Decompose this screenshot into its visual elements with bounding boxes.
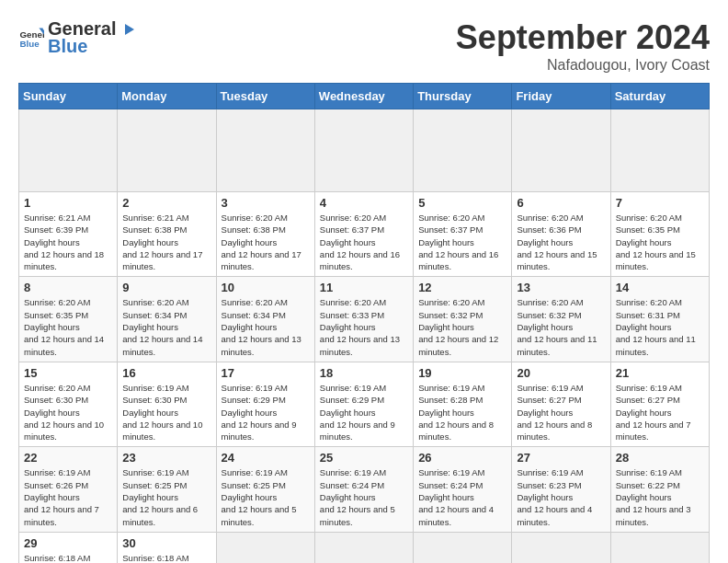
calendar-cell: 21 Sunrise: 6:19 AM Sunset: 6:27 PM Dayl… <box>610 362 709 446</box>
day-number: 5 <box>418 196 506 210</box>
calendar-cell: 20 Sunrise: 6:19 AM Sunset: 6:27 PM Dayl… <box>512 362 610 446</box>
svg-text:Blue: Blue <box>19 39 40 49</box>
logo-chevron-icon <box>118 20 136 39</box>
day-number: 14 <box>616 281 704 294</box>
calendar-cell: 15 Sunrise: 6:20 AM Sunset: 6:30 PM Dayl… <box>19 362 118 446</box>
calendar-cell: 4 Sunrise: 6:20 AM Sunset: 6:37 PM Dayli… <box>314 192 413 277</box>
day-number: 10 <box>222 281 310 294</box>
column-header-tuesday: Tuesday <box>216 84 314 109</box>
calendar-cell: 3 Sunrise: 6:20 AM Sunset: 6:38 PM Dayli… <box>216 192 314 277</box>
calendar-cell: 30 Sunrise: 6:18 AM Sunset: 6:21 PM Dayl… <box>118 532 216 563</box>
day-info: Sunrise: 6:19 AM Sunset: 6:25 PM Dayligh… <box>222 466 310 527</box>
day-info: Sunrise: 6:20 AM Sunset: 6:38 PM Dayligh… <box>222 212 310 272</box>
calendar-cell: 27 Sunrise: 6:19 AM Sunset: 6:23 PM Dayl… <box>512 447 610 532</box>
day-info: Sunrise: 6:20 AM Sunset: 6:37 PM Dayligh… <box>320 212 408 272</box>
day-number: 11 <box>320 281 408 294</box>
day-number: 21 <box>616 366 704 380</box>
day-number: 20 <box>517 366 605 380</box>
day-info: Sunrise: 6:20 AM Sunset: 6:33 PM Dayligh… <box>320 296 408 357</box>
calendar-cell <box>512 532 610 563</box>
calendar-week-row: 15 Sunrise: 6:20 AM Sunset: 6:30 PM Dayl… <box>19 362 710 446</box>
location-subtitle: Nafadougou, Ivory Coast <box>456 57 710 74</box>
day-info: Sunrise: 6:20 AM Sunset: 6:32 PM Dayligh… <box>418 296 506 357</box>
day-number: 28 <box>616 451 704 465</box>
calendar-cell: 12 Sunrise: 6:20 AM Sunset: 6:32 PM Dayl… <box>414 277 512 362</box>
day-number: 6 <box>517 196 605 210</box>
day-number: 30 <box>122 536 210 550</box>
day-info: Sunrise: 6:20 AM Sunset: 6:34 PM Dayligh… <box>222 296 310 357</box>
day-info: Sunrise: 6:19 AM Sunset: 6:24 PM Dayligh… <box>418 466 506 527</box>
day-info: Sunrise: 6:19 AM Sunset: 6:23 PM Dayligh… <box>517 466 605 527</box>
column-header-saturday: Saturday <box>610 84 709 109</box>
day-number: 16 <box>122 366 210 380</box>
calendar-week-row: 29 Sunrise: 6:18 AM Sunset: 6:22 PM Dayl… <box>19 532 710 563</box>
day-info: Sunrise: 6:20 AM Sunset: 6:35 PM Dayligh… <box>24 296 112 357</box>
day-number: 22 <box>24 451 112 465</box>
logo-icon: General Blue <box>18 25 44 51</box>
day-info: Sunrise: 6:20 AM Sunset: 6:36 PM Dayligh… <box>517 212 605 272</box>
day-number: 27 <box>517 451 605 465</box>
column-header-friday: Friday <box>512 84 610 109</box>
calendar-cell <box>512 109 610 192</box>
day-info: Sunrise: 6:19 AM Sunset: 6:30 PM Dayligh… <box>122 382 210 442</box>
day-info: Sunrise: 6:20 AM Sunset: 6:37 PM Dayligh… <box>418 212 506 272</box>
calendar-cell: 24 Sunrise: 6:19 AM Sunset: 6:25 PM Dayl… <box>216 447 314 532</box>
day-info: Sunrise: 6:19 AM Sunset: 6:24 PM Dayligh… <box>320 466 408 527</box>
title-area: September 2024 Nafadougou, Ivory Coast <box>456 18 710 74</box>
calendar-cell <box>19 109 118 192</box>
day-number: 18 <box>320 366 408 380</box>
day-info: Sunrise: 6:18 AM Sunset: 6:22 PM Dayligh… <box>24 552 112 563</box>
calendar-cell <box>414 109 512 192</box>
day-number: 7 <box>616 196 704 210</box>
calendar-header-row: SundayMondayTuesdayWednesdayThursdayFrid… <box>19 84 710 109</box>
calendar-cell <box>314 532 413 563</box>
day-number: 26 <box>418 451 506 465</box>
day-info: Sunrise: 6:20 AM Sunset: 6:34 PM Dayligh… <box>122 296 210 357</box>
calendar-cell: 1 Sunrise: 6:21 AM Sunset: 6:39 PM Dayli… <box>19 192 118 277</box>
day-info: Sunrise: 6:20 AM Sunset: 6:31 PM Dayligh… <box>616 296 704 357</box>
calendar-cell <box>216 532 314 563</box>
day-info: Sunrise: 6:19 AM Sunset: 6:29 PM Dayligh… <box>222 382 310 442</box>
day-number: 24 <box>222 451 310 465</box>
day-info: Sunrise: 6:19 AM Sunset: 6:26 PM Dayligh… <box>24 466 112 527</box>
calendar-cell: 19 Sunrise: 6:19 AM Sunset: 6:28 PM Dayl… <box>414 362 512 446</box>
calendar-week-row: 8 Sunrise: 6:20 AM Sunset: 6:35 PM Dayli… <box>19 277 710 362</box>
calendar-cell <box>414 532 512 563</box>
day-number: 25 <box>320 451 408 465</box>
calendar-cell: 8 Sunrise: 6:20 AM Sunset: 6:35 PM Dayli… <box>19 277 118 362</box>
day-info: Sunrise: 6:19 AM Sunset: 6:22 PM Dayligh… <box>616 466 704 527</box>
calendar-cell: 23 Sunrise: 6:19 AM Sunset: 6:25 PM Dayl… <box>118 447 216 532</box>
day-info: Sunrise: 6:20 AM Sunset: 6:35 PM Dayligh… <box>616 212 704 272</box>
day-number: 3 <box>222 196 310 210</box>
calendar-cell: 25 Sunrise: 6:19 AM Sunset: 6:24 PM Dayl… <box>314 447 413 532</box>
day-info: Sunrise: 6:20 AM Sunset: 6:32 PM Dayligh… <box>517 296 605 357</box>
column-header-monday: Monday <box>118 84 216 109</box>
calendar-cell: 11 Sunrise: 6:20 AM Sunset: 6:33 PM Dayl… <box>314 277 413 362</box>
calendar-table: SundayMondayTuesdayWednesdayThursdayFrid… <box>18 83 710 563</box>
day-number: 1 <box>24 196 112 210</box>
logo: General Blue General Blue <box>18 18 136 57</box>
day-number: 15 <box>24 366 112 380</box>
calendar-week-row: 1 Sunrise: 6:21 AM Sunset: 6:39 PM Dayli… <box>19 192 710 277</box>
calendar-cell <box>118 109 216 192</box>
month-year-title: September 2024 <box>456 18 710 57</box>
calendar-cell <box>610 109 709 192</box>
day-info: Sunrise: 6:19 AM Sunset: 6:27 PM Dayligh… <box>517 382 605 442</box>
day-number: 23 <box>122 451 210 465</box>
calendar-cell: 9 Sunrise: 6:20 AM Sunset: 6:34 PM Dayli… <box>118 277 216 362</box>
calendar-cell <box>610 532 709 563</box>
day-number: 2 <box>122 196 210 210</box>
calendar-week-row <box>19 109 710 192</box>
day-number: 12 <box>418 281 506 294</box>
calendar-cell: 5 Sunrise: 6:20 AM Sunset: 6:37 PM Dayli… <box>414 192 512 277</box>
calendar-cell: 6 Sunrise: 6:20 AM Sunset: 6:36 PM Dayli… <box>512 192 610 277</box>
day-number: 4 <box>320 196 408 210</box>
day-info: Sunrise: 6:20 AM Sunset: 6:30 PM Dayligh… <box>24 382 112 442</box>
day-number: 19 <box>418 366 506 380</box>
svg-marker-4 <box>125 24 134 35</box>
day-info: Sunrise: 6:19 AM Sunset: 6:28 PM Dayligh… <box>418 382 506 442</box>
calendar-cell: 16 Sunrise: 6:19 AM Sunset: 6:30 PM Dayl… <box>118 362 216 446</box>
calendar-cell: 13 Sunrise: 6:20 AM Sunset: 6:32 PM Dayl… <box>512 277 610 362</box>
calendar-cell: 29 Sunrise: 6:18 AM Sunset: 6:22 PM Dayl… <box>19 532 118 563</box>
day-info: Sunrise: 6:21 AM Sunset: 6:39 PM Dayligh… <box>24 212 112 272</box>
